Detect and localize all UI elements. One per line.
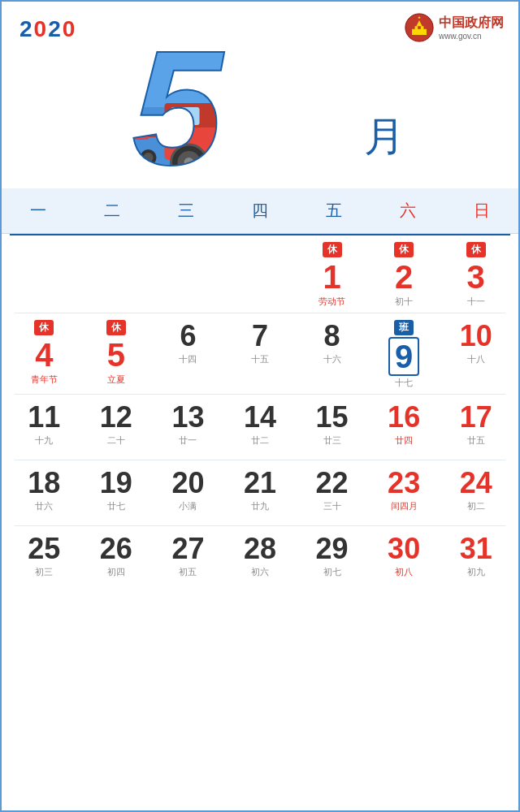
svg-point-27 — [240, 24, 285, 69]
day-22: 22 三十 — [296, 460, 368, 525]
gov-url-label: www.gov.cn — [439, 32, 482, 41]
rest-badge-1: 休 — [323, 242, 342, 257]
month-illustration: 5 5 — [116, 10, 360, 180]
day-1: 休 1 劳动节 — [296, 235, 368, 313]
lunar-26: 初四 — [107, 566, 125, 578]
svg-rect-36 — [295, 78, 344, 98]
lunar-1: 劳动节 — [318, 296, 345, 308]
lunar-29: 初七 — [323, 566, 341, 578]
svg-rect-37 — [311, 77, 326, 107]
svg-point-20 — [234, 154, 250, 171]
lunar-25: 初三 — [35, 566, 53, 578]
day-21: 21 廿九 — [224, 460, 297, 525]
lunar-7: 十五 — [251, 353, 269, 365]
svg-rect-3 — [415, 26, 418, 30]
day-15: 15 廿三 — [296, 395, 368, 460]
lunar-4: 青年节 — [31, 374, 58, 386]
rest-badge-5: 休 — [106, 320, 126, 335]
lunar-11: 十九 — [35, 434, 53, 447]
svg-point-32 — [254, 40, 260, 46]
svg-point-30 — [249, 36, 262, 49]
empty-cell — [152, 235, 224, 313]
day-20: 20 小满 — [152, 460, 224, 525]
day-30: 30 初八 — [368, 526, 440, 591]
day-29: 29 初七 — [296, 526, 368, 591]
lunar-16: 廿四 — [395, 434, 413, 447]
weekday-mon: 一 — [2, 197, 76, 225]
lunar-19: 廿七 — [107, 500, 125, 512]
day-9: 班 9 十七 — [368, 313, 440, 394]
day-num-10: 10 — [460, 320, 492, 352]
svg-point-29 — [256, 40, 269, 53]
day-23: 23 闰四月 — [368, 460, 440, 525]
day-2: 休 2 初十 — [368, 235, 440, 313]
day-num-16: 16 — [388, 401, 420, 434]
day-num-4: 4 — [35, 337, 53, 373]
day-num-12: 12 — [100, 401, 132, 434]
day-num-7: 7 — [252, 320, 268, 352]
weekday-header: 一 二 三 四 五 六 日 — [2, 188, 518, 234]
day-25: 25 初三 — [8, 526, 80, 591]
empty-cell — [224, 235, 297, 313]
day-8: 8 十六 — [296, 313, 368, 394]
svg-point-26 — [271, 44, 311, 81]
day-5: 休 5 立夏 — [80, 313, 153, 394]
week-4: 18 廿六 19 廿七 20 小满 21 廿九 22 三十 23 闰四月 24 … — [8, 460, 512, 525]
day-4: 休 4 青年节 — [8, 313, 80, 394]
day-num-14: 14 — [244, 401, 276, 434]
weekday-tue: 二 — [76, 197, 150, 225]
day-num-6: 6 — [180, 320, 196, 352]
day-num-19: 19 — [100, 467, 132, 499]
day-num-25: 25 — [28, 533, 60, 565]
calendar-header: 2020 中国政府网 www.gov.cn 5 — [2, 2, 518, 188]
lunar-5: 立夏 — [107, 374, 125, 386]
weekday-wed: 三 — [150, 197, 223, 225]
lunar-8: 十六 — [323, 353, 341, 365]
lunar-13: 廿一 — [179, 434, 197, 447]
lunar-23: 闰四月 — [391, 500, 418, 512]
svg-point-33 — [266, 40, 273, 46]
lunar-2: 初十 — [395, 296, 413, 308]
gov-emblem-icon — [405, 13, 434, 42]
day-26: 26 初四 — [80, 526, 153, 591]
weekday-sat: 六 — [370, 197, 444, 225]
lunar-24: 初二 — [467, 500, 485, 512]
svg-point-34 — [245, 11, 280, 41]
day-num-21: 21 — [244, 467, 276, 499]
lunar-18: 廿六 — [35, 500, 53, 512]
weekday-thu: 四 — [223, 197, 297, 225]
lunar-22: 三十 — [323, 500, 341, 512]
lunar-15: 廿三 — [323, 434, 341, 447]
calendar-body: 休 1 劳动节 休 2 初十 休 3 十一 休 4 青年节 休 5 立夏 — [2, 235, 518, 599]
lunar-27: 初五 — [179, 566, 197, 578]
day-num-11: 11 — [28, 401, 60, 434]
lunar-20: 小满 — [179, 500, 197, 512]
empty-cell — [8, 235, 80, 313]
svg-text:5: 5 — [132, 17, 225, 180]
day-27: 27 初五 — [152, 526, 224, 591]
day-num-9: 9 — [388, 337, 419, 376]
day-num-26: 26 — [100, 533, 132, 565]
day-num-13: 13 — [171, 401, 204, 434]
day-num-2: 2 — [395, 259, 413, 295]
day-num-29: 29 — [316, 533, 349, 565]
lunar-31: 初九 — [467, 566, 485, 578]
day-num-24: 24 — [460, 467, 492, 499]
lunar-12: 二十 — [107, 434, 125, 447]
week-2: 休 4 青年节 休 5 立夏 6 十四 7 十五 8 十六 班 9 十七 — [8, 313, 512, 394]
week-1: 休 1 劳动节 休 2 初十 休 3 十一 — [8, 235, 512, 313]
day-7: 7 十五 — [224, 313, 297, 394]
day-num-17: 17 — [460, 401, 492, 434]
day-num-28: 28 — [244, 533, 276, 565]
day-num-3: 3 — [467, 259, 485, 295]
lunar-6: 十四 — [179, 353, 197, 365]
day-17: 17 廿五 — [440, 395, 512, 460]
day-28: 28 初六 — [224, 526, 297, 591]
month-display: 5 5 — [116, 10, 405, 180]
weekday-fri: 五 — [297, 197, 370, 225]
day-num-8: 8 — [324, 320, 340, 352]
year-logo-text: 2020 — [20, 16, 76, 41]
lunar-21: 廿九 — [251, 500, 269, 512]
lunar-3: 十一 — [467, 296, 485, 308]
day-num-23: 23 — [388, 467, 420, 499]
